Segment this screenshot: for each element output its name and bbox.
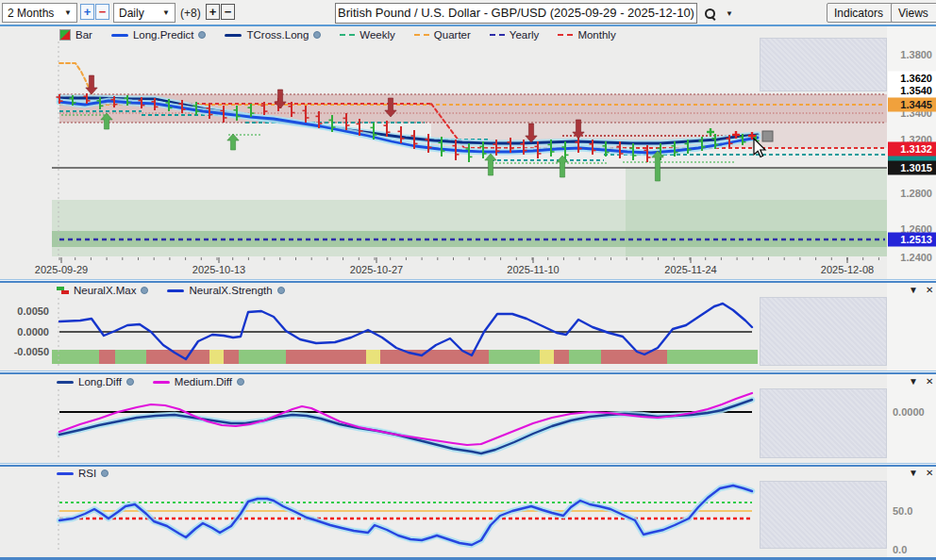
axis-label: -0.0050 <box>0 346 49 357</box>
legend-item[interactable]: Medium.Diff <box>153 376 244 387</box>
close-panel-icon[interactable]: ✕ <box>926 286 933 295</box>
line-swatch <box>57 381 74 384</box>
legend-item[interactable]: Long.Predict <box>111 29 207 41</box>
legend-label: NeuralX.Strength <box>189 285 272 296</box>
info-icon[interactable] <box>237 378 244 386</box>
axis-label: 2025-11-10 <box>507 264 559 275</box>
collapse-panel-icon[interactable]: ▼ <box>909 377 918 387</box>
close-panel-icon[interactable]: ✕ <box>926 469 933 478</box>
info-icon[interactable] <box>277 287 285 294</box>
app-window: 2 Months ▼ + − Daily ▼ (+8) + − British … <box>0 0 936 560</box>
rsi-panel-buttons: ▼ ✕ <box>909 469 933 478</box>
legend-label: Weekly <box>359 29 395 41</box>
legend-label: Quarter <box>434 29 471 41</box>
diff-legend: Long.DiffMedium.Diff <box>57 376 244 387</box>
line-swatch <box>167 289 184 292</box>
axis-label: 1.3132 <box>888 142 936 156</box>
legend-label: NeuralX.Max <box>74 285 136 296</box>
axis-label: 50.0 <box>893 505 912 517</box>
axis-label: 2025-10-27 <box>350 264 403 275</box>
legend-label: Medium.Diff <box>175 376 232 387</box>
legend-item[interactable]: Quarter <box>414 29 471 41</box>
info-icon[interactable] <box>101 469 109 477</box>
axis-label: 0.0000 <box>0 326 49 338</box>
legend-item[interactable]: Monthly <box>558 29 615 41</box>
neuralx-panel-buttons: ▼ ✕ <box>909 286 933 295</box>
legend-item[interactable]: Yearly <box>490 29 540 41</box>
diff-panel[interactable] <box>58 389 752 458</box>
minibar-series-icon <box>57 287 69 295</box>
axis-label: 1.2513 <box>888 233 936 247</box>
info-icon[interactable] <box>141 287 148 294</box>
dashed-line-swatch <box>490 34 505 36</box>
close-panel-icon[interactable]: ✕ <box>926 377 933 387</box>
legend-item[interactable]: Weekly <box>340 29 395 41</box>
axis-label: 2025-09-29 <box>35 264 88 275</box>
highlight-box <box>760 481 887 549</box>
line-swatch <box>111 34 128 37</box>
legend-label: Yearly <box>510 29 540 41</box>
mouse-cursor <box>751 138 770 160</box>
axis-label: 1.3540 <box>888 84 936 98</box>
legend-item[interactable]: Bar <box>59 29 92 41</box>
highlight-box <box>760 38 887 91</box>
dashed-line-swatch <box>340 34 355 36</box>
highlight-box <box>760 388 887 458</box>
axis-label: 1.2400 <box>887 252 932 263</box>
legend-item[interactable]: Long.Diff <box>57 376 134 387</box>
axis-label: 0.0 <box>893 544 907 555</box>
legend-label: RSI <box>78 468 96 479</box>
line-swatch <box>57 472 74 475</box>
collapse-panel-icon[interactable]: ▼ <box>909 469 918 478</box>
legend-item[interactable]: RSI <box>57 468 109 479</box>
rsi-legend: RSI <box>57 468 109 479</box>
axis-label: 1.2800 <box>887 188 932 199</box>
legend-label: Monthly <box>577 29 615 41</box>
dashed-line-swatch <box>414 34 429 36</box>
diff-panel-buttons: ▼ ✕ <box>909 377 933 387</box>
rsi-panel[interactable] <box>58 482 752 550</box>
legend-item[interactable]: TCross.Long <box>225 29 321 41</box>
axis-label: 1.3015 <box>888 161 936 175</box>
line-swatch <box>153 381 170 384</box>
legend-item[interactable]: NeuralX.Strength <box>167 285 284 296</box>
axis-label: 0.0000 <box>893 406 925 418</box>
collapse-panel-icon[interactable]: ▼ <box>909 286 918 295</box>
axis-label: 2025-12-08 <box>821 264 874 275</box>
dashed-line-swatch <box>558 34 573 36</box>
bar-series-icon <box>59 29 71 41</box>
info-icon[interactable] <box>313 31 321 39</box>
neuralx-panel[interactable] <box>52 298 758 366</box>
axis-label: 2025-11-24 <box>664 264 716 275</box>
legend-label: Bar <box>75 29 92 41</box>
legend-label: TCross.Long <box>246 29 309 41</box>
legend-label: Long.Predict <box>133 29 194 41</box>
axis-label: 1.3800 <box>887 49 932 60</box>
price-legend: BarLong.PredictTCross.LongWeeklyQuarterY… <box>59 29 616 41</box>
legend-label: Long.Diff <box>78 376 122 387</box>
info-icon[interactable] <box>126 378 134 386</box>
info-icon[interactable] <box>198 31 206 39</box>
line-swatch <box>225 34 242 37</box>
axis-label: 2025-10-13 <box>192 264 245 275</box>
highlight-box <box>760 297 887 366</box>
axis-label: 0.0050 <box>0 305 49 317</box>
legend-item[interactable]: NeuralX.Max <box>57 285 148 296</box>
neuralx-legend: NeuralX.MaxNeuralX.Strength <box>57 285 285 296</box>
axis-label: 1.3445 <box>888 98 936 112</box>
